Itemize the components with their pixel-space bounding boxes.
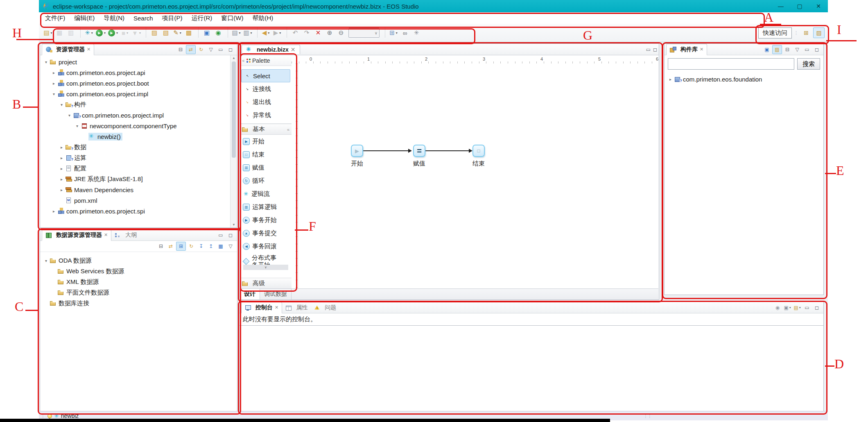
- view-menu-button[interactable]: ▽: [206, 45, 215, 54]
- tree-item-project[interactable]: ▾ project: [40, 57, 231, 67]
- import-resource-button[interactable]: ▧: [160, 28, 171, 38]
- palette-tx-commit[interactable]: ▲ 事务提交: [240, 227, 292, 240]
- quick-access-input[interactable]: 快速访问: [758, 27, 792, 39]
- panel-tab[interactable]: 属性: [282, 302, 311, 313]
- tab-component-library[interactable]: 构件库 ✕: [666, 44, 707, 55]
- close-icon[interactable]: ✕: [700, 47, 703, 52]
- preferences-button[interactable]: ✳: [411, 28, 422, 38]
- tree-item-api[interactable]: ▸ com.primeton.eos.project.api: [40, 67, 231, 78]
- expand-arrow-icon[interactable]: ▸: [58, 177, 65, 182]
- tree-item-spi[interactable]: ▸ com.primeton.eos.project.spi: [40, 206, 231, 216]
- relaunch-button[interactable]: ▼: [131, 28, 142, 38]
- palette-select[interactable]: ↖ Select: [241, 69, 290, 82]
- palette-group-basic[interactable]: 基本 «: [240, 124, 292, 135]
- search-components-button[interactable]: ∞: [400, 28, 410, 38]
- pin-console-button[interactable]: ◉: [773, 304, 782, 312]
- library-search-button[interactable]: 搜索: [797, 58, 820, 70]
- menu-item[interactable]: 帮助(H): [248, 14, 278, 23]
- new-file-button[interactable]: ▤: [228, 28, 242, 38]
- explorer-scrollbar[interactable]: ▲ ▼: [230, 55, 237, 227]
- tree-item-maven[interactable]: ▸ Maven Dependencies: [40, 184, 231, 195]
- show-tree-button[interactable]: ⊞: [176, 242, 186, 251]
- scroll-up-icon[interactable]: ▲: [232, 55, 235, 61]
- tree-item-impl[interactable]: ▾ com.primeton.eos.project.impl: [40, 88, 231, 99]
- panel-tab[interactable]: 数据源资源管理器 ✕: [42, 229, 111, 241]
- palette-exception-line[interactable]: ↘ 异常线: [241, 109, 290, 122]
- view-menu-button[interactable]: ▽: [226, 242, 235, 250]
- maximize-button[interactable]: ◻: [226, 231, 235, 239]
- back-button[interactable]: ◀: [257, 28, 271, 38]
- scrollbar-thumb[interactable]: [232, 61, 236, 158]
- tab-debug-data[interactable]: 调试数据: [260, 289, 292, 299]
- close-icon[interactable]: ✕: [275, 305, 278, 310]
- tree-item-boot[interactable]: ▸ com.primeton.eos.project.boot: [40, 78, 231, 88]
- close-icon[interactable]: ✕: [291, 46, 296, 53]
- run-button[interactable]: ▶: [95, 28, 106, 38]
- flow-node-icon[interactable]: □: [472, 145, 485, 157]
- server-start-button[interactable]: ◉: [213, 28, 224, 38]
- menu-item[interactable]: 编辑(E): [70, 14, 99, 23]
- run-external-button[interactable]: ▶: [107, 28, 119, 38]
- expand-arrow-icon[interactable]: ▸: [50, 81, 57, 86]
- menu-item[interactable]: 窗口(W): [217, 14, 248, 23]
- tree-item-data[interactable]: ▸ 数据: [40, 142, 231, 152]
- minimize-button[interactable]: ▭: [216, 45, 225, 54]
- tree-item-impl-package[interactable]: ▾ com.primeton.eos.project.impl: [40, 110, 231, 120]
- flow-node-icon[interactable]: ▶: [351, 145, 363, 157]
- expand-arrow-icon[interactable]: ▾: [43, 60, 50, 64]
- menu-item[interactable]: 导航(N): [99, 14, 129, 23]
- forward-button[interactable]: ▶: [272, 28, 283, 38]
- minimize-button[interactable]: ▭: [802, 45, 811, 54]
- tree-item-foundation[interactable]: ▸ com.primeton.eos.foundation: [665, 74, 823, 84]
- zoom-out-button[interactable]: ⊖: [336, 28, 346, 38]
- close-icon[interactable]: ✕: [104, 232, 108, 238]
- flow-node-assign[interactable]: = 赋值: [406, 145, 432, 168]
- tree-item-operations[interactable]: ▸ 运算: [40, 152, 231, 163]
- view-menu-button[interactable]: ▽: [793, 45, 802, 54]
- tab-resource-explorer[interactable]: 资源管理器 ✕: [42, 44, 94, 55]
- tree-item-jre[interactable]: ▸ JRE 系统库 [JavaSE-1.8]: [40, 174, 231, 184]
- palette-start[interactable]: ▶ 开始: [240, 135, 292, 148]
- panel-tab[interactable]: 大纲: [111, 230, 140, 240]
- show-components-button[interactable]: ▣: [762, 45, 771, 54]
- export-button[interactable]: ↥: [206, 242, 215, 250]
- expand-arrow-icon[interactable]: ▸: [667, 77, 674, 82]
- undo-button[interactable]: ↶: [287, 28, 301, 38]
- tab-design[interactable]: 设计: [240, 289, 260, 299]
- save-all-button[interactable]: ▥: [66, 28, 76, 38]
- new-wizard-button[interactable]: ▤: [43, 28, 53, 38]
- pin-icon[interactable]: «: [287, 127, 289, 132]
- tree-item-webservices[interactable]: Web Services 数据源: [40, 266, 237, 277]
- close-icon[interactable]: ✕: [87, 47, 90, 52]
- link-editor-button[interactable]: ⇄: [166, 242, 175, 250]
- maximize-window-button[interactable]: ▢: [790, 0, 809, 12]
- stop-button[interactable]: ■: [120, 28, 130, 38]
- palette-operation-logic[interactable]: ▥ 运算逻辑: [240, 200, 292, 213]
- delete-button[interactable]: ✕: [313, 28, 323, 38]
- panel-tab[interactable]: 控制台 ✕: [241, 302, 282, 313]
- menu-item[interactable]: 项目(P): [158, 14, 187, 23]
- menu-item[interactable]: 文件(F): [41, 14, 70, 23]
- panel-tab[interactable]: 问题: [311, 302, 339, 313]
- refresh-button[interactable]: ↻: [197, 45, 206, 54]
- expand-arrow-icon[interactable]: ▾: [50, 92, 57, 96]
- perspective-icon[interactable]: ▨: [813, 27, 825, 38]
- maximize-button[interactable]: ◻: [812, 45, 821, 54]
- save-button[interactable]: ▦: [216, 242, 225, 250]
- tree-item-xml[interactable]: XML 数据源: [40, 277, 237, 287]
- palette-loop[interactable]: ↻ 循环: [240, 174, 292, 187]
- sync-library-button[interactable]: ▨: [772, 45, 782, 54]
- zoom-level-combo[interactable]: ∨: [348, 28, 380, 38]
- palette-assign[interactable]: = 赋值: [240, 161, 292, 174]
- tab-newbiz-bizx[interactable]: newbiz.bizx ✕: [242, 45, 300, 54]
- link-editor-button[interactable]: ⇄: [186, 45, 196, 54]
- palette-scroll-more-icon[interactable]: ∨: [243, 265, 288, 270]
- palette-logic-flow[interactable]: ✳ 逻辑流: [240, 187, 292, 200]
- collapse-all-button[interactable]: ⊟: [156, 242, 165, 250]
- import-button[interactable]: ↧: [197, 242, 206, 250]
- tree-item-components[interactable]: ▾ 构件: [40, 99, 231, 110]
- expand-arrow-icon[interactable]: ▸: [50, 70, 57, 75]
- maximize-button[interactable]: ◻: [226, 45, 235, 54]
- zoom-in-button[interactable]: ⊕: [324, 28, 335, 38]
- expand-arrow-icon[interactable]: ▸: [58, 188, 65, 192]
